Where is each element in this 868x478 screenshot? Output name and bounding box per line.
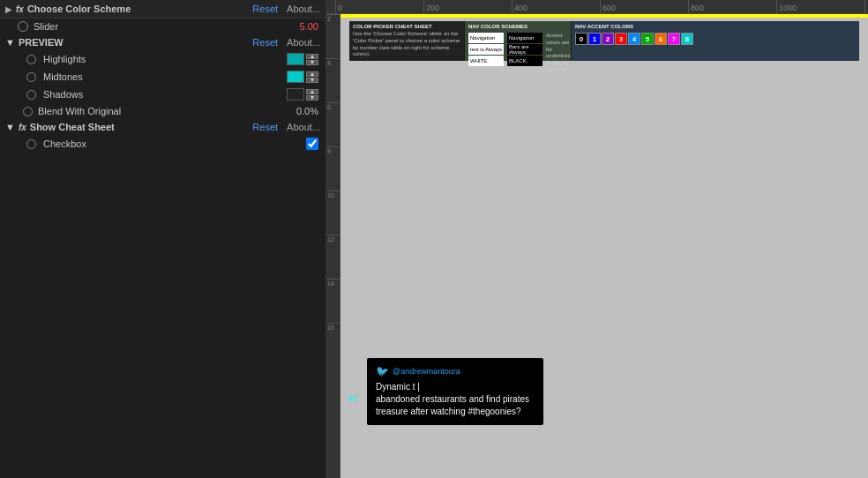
accent-swatch-2[interactable]: 2 xyxy=(602,33,614,45)
fx-badge-2: fx xyxy=(19,123,26,132)
tweet-line1: Dynamic t | xyxy=(376,381,535,393)
midtones-swatch-group: ▲ ▼ xyxy=(287,71,318,83)
highlights-row: Highlights ▲ ▼ xyxy=(0,50,326,68)
preview-arrow[interactable]: ▼ xyxy=(5,37,15,48)
choose-color-scheme-reset[interactable]: Reset xyxy=(252,4,278,14)
choose-color-scheme-about[interactable]: About... xyxy=(287,4,320,14)
shadows-icon xyxy=(26,90,36,100)
cs-picker-section: COLOR PICKER CHEAT SHEET Use the 'Choose… xyxy=(349,21,464,61)
nav-accent-desc: Accent colors are for underlines & graph… xyxy=(546,33,571,74)
blend-row: Blend With Original 0.0% xyxy=(0,103,326,119)
choose-color-scheme-header: ▶ fx Choose Color Scheme Reset About... xyxy=(0,0,326,19)
tweet-line3: treasure after watching #thegoonies? xyxy=(376,406,535,418)
midtones-row: Midtones ▲ ▼ xyxy=(0,68,326,86)
nav-cell-white2: text is Always xyxy=(468,44,504,55)
choose-color-scheme-title: Choose Color Scheme xyxy=(27,4,249,14)
accent-swatches: 0 1 2 3 4 5 6 7 8 xyxy=(575,33,856,45)
preview-title: PREVIEW xyxy=(19,37,249,48)
accent-swatch-7[interactable]: 7 xyxy=(668,33,680,45)
ruler-mark-600: 600 xyxy=(600,0,688,13)
side-mark-12: 12 xyxy=(326,235,340,279)
accent-swatch-0[interactable]: 0 xyxy=(575,33,587,45)
preview-about[interactable]: About... xyxy=(287,37,320,48)
accent-swatch-8[interactable]: 8 xyxy=(681,33,693,45)
shadows-arrow-down[interactable]: ▼ xyxy=(306,95,318,101)
side-mark-16: 16 xyxy=(326,323,340,367)
cheatsheet-arrow[interactable]: ▼ xyxy=(5,122,15,132)
slider-value: 5.00 xyxy=(300,21,318,32)
shadows-swatch-group: ▲ ▼ xyxy=(287,88,318,101)
midtones-swatch[interactable] xyxy=(287,71,304,83)
shadows-row: Shadows ▲ ▼ xyxy=(0,86,326,103)
ruler-mark-200: 200 xyxy=(423,0,512,13)
midtones-icon xyxy=(26,72,36,82)
nav-cell-dark3: BLACK. xyxy=(507,56,542,66)
cs-accent-title: NAV ACCENT COLORS xyxy=(575,24,856,29)
highlights-swatch-group: ▲ ▼ xyxy=(287,53,318,65)
checkbox-icon xyxy=(26,139,36,149)
left-panel: ▶ fx Choose Color Scheme Reset About... … xyxy=(0,0,326,478)
cs-picker-title: COLOR PICKER CHEAT SHEET xyxy=(353,24,460,29)
cheatsheet-about[interactable]: About... xyxy=(287,122,320,132)
checkbox-row: Checkbox xyxy=(0,135,326,153)
highlights-arrows: ▲ ▼ xyxy=(306,54,318,65)
accent-swatch-4[interactable]: 4 xyxy=(628,33,640,45)
midtones-arrow-up[interactable]: ▲ xyxy=(306,71,318,77)
side-mark-8: 8 xyxy=(326,146,340,190)
slider-icon xyxy=(18,21,28,32)
ruler-mark-400: 400 xyxy=(512,0,600,13)
quote-mark: " xyxy=(348,392,357,416)
cheatsheet-header: ▼ fx Show Cheat Sheet Reset About... xyxy=(0,119,326,135)
cheat-sheet-overlay: COLOR PICKER CHEAT SHEET Use the 'Choose… xyxy=(349,21,859,61)
nav-cell-white: Navigation xyxy=(468,33,504,43)
cs-nav-title: NAV COLOR SCHEMES xyxy=(468,24,567,29)
nav-col-1: Navigation text is Always WHITE. xyxy=(468,33,504,74)
shadows-label: Shadows xyxy=(43,89,280,100)
canvas-content[interactable]: COLOR PICKER CHEAT SHEET Use the 'Choose… xyxy=(340,14,868,478)
ruler-marks: 0 200 400 600 800 1000 1200 1400 1600 18… xyxy=(326,0,868,13)
ruler-mark-0: 0 xyxy=(335,0,423,13)
nav-cell-dark: Navigation xyxy=(507,33,542,43)
shadows-arrow-up[interactable]: ▲ xyxy=(306,89,318,94)
shadows-arrows: ▲ ▼ xyxy=(306,89,318,101)
midtones-arrow-down[interactable]: ▼ xyxy=(306,78,318,83)
cs-accent-section: NAV ACCENT COLORS 0 1 2 3 4 5 6 7 8 xyxy=(572,21,859,61)
twitter-icon: 🐦 xyxy=(376,365,389,377)
shadows-swatch[interactable] xyxy=(287,88,304,101)
fx-badge-1: fx xyxy=(16,4,24,14)
side-mark-4: 4 xyxy=(326,58,340,102)
accent-swatch-6[interactable]: 6 xyxy=(655,33,667,45)
accent-swatch-5[interactable]: 5 xyxy=(641,33,654,45)
highlights-arrow-up[interactable]: ▲ xyxy=(306,54,318,59)
cs-nav-section: NAV COLOR SCHEMES Navigation text is Alw… xyxy=(465,21,571,61)
highlights-swatch[interactable] xyxy=(287,53,304,65)
nav-col-2: Navigation Bars are Always BLACK. xyxy=(507,33,542,74)
highlights-icon xyxy=(26,55,36,64)
nav-col-3: Accent colors are for underlines & graph… xyxy=(546,33,571,74)
checkbox-input[interactable] xyxy=(306,138,318,150)
ruler-mark-1200: 1200 xyxy=(864,0,868,13)
cs-picker-body: Use the 'Choose Color Scheme' slider on … xyxy=(353,31,460,58)
preview-reset[interactable]: Reset xyxy=(252,37,278,48)
highlights-arrow-down[interactable]: ▼ xyxy=(306,60,318,65)
midtones-label: Midtones xyxy=(43,71,280,82)
cheatsheet-reset[interactable]: Reset xyxy=(252,122,278,132)
side-mark-10: 10 xyxy=(326,190,340,235)
timeline-ruler: 0 200 400 600 800 1000 1200 1400 1600 18… xyxy=(326,0,868,14)
slider-row: Slider 5.00 xyxy=(0,19,326,34)
tweet-header: 🐦 @andrewmantoura xyxy=(376,365,535,377)
choose-color-scheme-arrow[interactable]: ▶ xyxy=(5,4,12,14)
ruler-mark-1000: 1000 xyxy=(776,0,864,13)
nav-cell-dark2: Bars are Always xyxy=(507,44,542,55)
blend-value: 0.0% xyxy=(296,106,318,116)
highlights-label: Highlights xyxy=(43,54,280,64)
checkbox-label: Checkbox xyxy=(43,138,299,149)
cheatsheet-title: Show Cheat Sheet xyxy=(30,122,250,132)
side-mark-6: 6 xyxy=(326,102,340,146)
side-ruler: 2 4 6 8 10 12 14 16 xyxy=(326,14,340,478)
accent-swatch-1[interactable]: 1 xyxy=(588,33,601,45)
slider-label: Slider xyxy=(34,21,58,32)
right-panel: 0 200 400 600 800 1000 1200 1400 1600 18… xyxy=(326,0,868,478)
nav-cell-white3: WHITE. xyxy=(468,56,504,66)
accent-swatch-3[interactable]: 3 xyxy=(615,33,627,45)
